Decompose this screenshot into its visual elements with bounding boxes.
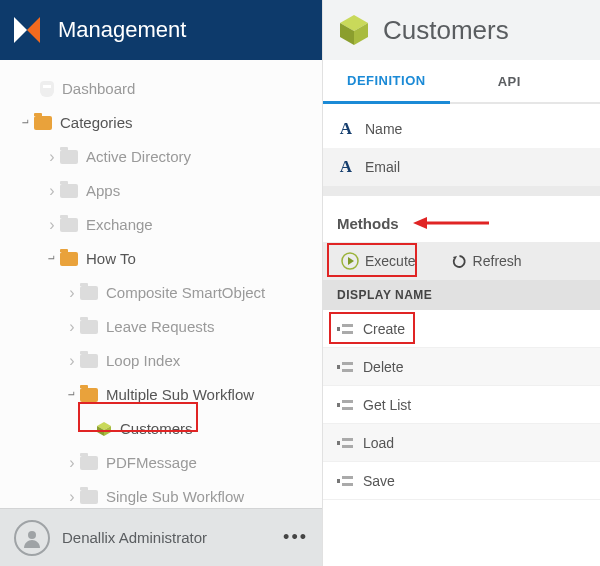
app-logo-icon <box>10 13 44 47</box>
methods-heading: Methods <box>323 196 600 242</box>
nav-customers[interactable]: Customers <box>12 412 316 446</box>
field-email[interactable]: A Email <box>323 148 600 186</box>
nav-active-directory[interactable]: Active Directory <box>12 140 316 174</box>
field-label: Email <box>365 159 400 175</box>
method-icon <box>337 323 353 335</box>
caret-right-icon <box>64 276 80 311</box>
svg-rect-7 <box>342 362 353 365</box>
method-delete[interactable]: Delete <box>323 348 600 386</box>
button-label: Refresh <box>473 253 522 269</box>
main-header: Customers <box>323 0 600 60</box>
execute-button[interactable]: Execute <box>333 248 424 274</box>
nav-exchange[interactable]: Exchange <box>12 208 316 242</box>
method-label: Get List <box>363 397 411 413</box>
svg-rect-17 <box>342 483 353 486</box>
folder-icon <box>80 388 98 402</box>
svg-rect-5 <box>342 331 353 334</box>
tab-api[interactable]: API <box>474 60 545 102</box>
svg-rect-11 <box>342 407 353 410</box>
nav-categories[interactable]: Categories <box>12 106 316 140</box>
methods-label: Methods <box>337 215 399 232</box>
svg-rect-10 <box>342 400 353 403</box>
nav-pdf[interactable]: PDFMessage <box>12 446 316 480</box>
nav-label: PDFMessage <box>106 446 197 480</box>
dashboard-icon <box>40 81 54 97</box>
nav-label: Single Sub Workflow <box>106 480 244 508</box>
tab-definition[interactable]: DEFINITION <box>323 60 450 104</box>
nav-dashboard[interactable]: Dashboard <box>12 72 316 106</box>
sidebar-title: Management <box>58 17 186 43</box>
folder-icon <box>34 116 52 130</box>
folder-icon <box>80 354 98 368</box>
folder-icon <box>80 490 98 504</box>
method-icon <box>337 399 353 411</box>
nav-label: Multiple Sub Workflow <box>106 378 254 412</box>
nav-apps[interactable]: Apps <box>12 174 316 208</box>
caret-expanded-icon <box>18 106 34 140</box>
caret-right-icon <box>64 480 80 509</box>
folder-icon <box>60 218 78 232</box>
folder-icon <box>80 320 98 334</box>
method-getlist[interactable]: Get List <box>323 386 600 424</box>
nav-label: Customers <box>120 412 193 446</box>
method-icon <box>337 361 353 373</box>
nav-composite[interactable]: Composite SmartObject <box>12 276 316 310</box>
column-label: DISPLAY NAME <box>337 288 432 302</box>
nav-label: How To <box>86 242 136 276</box>
caret-right-icon <box>44 140 60 175</box>
nav-label: Active Directory <box>86 140 191 174</box>
method-label: Save <box>363 473 395 489</box>
nav-label: Exchange <box>86 208 153 242</box>
method-save[interactable]: Save <box>323 462 600 500</box>
avatar-icon[interactable] <box>14 520 50 556</box>
field-label: Name <box>365 121 402 137</box>
more-button[interactable]: ••• <box>283 527 308 548</box>
methods-column-header: DISPLAY NAME <box>323 280 600 310</box>
spacer <box>323 186 600 196</box>
svg-rect-15 <box>337 479 340 483</box>
method-label: Create <box>363 321 405 337</box>
sidebar: Management Dashboard Categories Active D… <box>0 0 322 566</box>
method-load[interactable]: Load <box>323 424 600 462</box>
fields-list: A Name A Email <box>323 104 600 196</box>
main-panel: Customers DEFINITION API A Name A Email … <box>322 0 600 566</box>
method-create[interactable]: Create <box>323 310 600 348</box>
method-icon <box>337 437 353 449</box>
text-field-icon: A <box>337 119 355 139</box>
method-label: Delete <box>363 359 403 375</box>
methods-list: Create Delete Get List Load Save <box>323 310 600 500</box>
tab-label: DEFINITION <box>347 73 426 88</box>
caret-right-icon <box>64 344 80 379</box>
svg-rect-8 <box>342 369 353 372</box>
svg-rect-9 <box>337 403 340 407</box>
nav-leave[interactable]: Leave Requests <box>12 310 316 344</box>
methods-toolbar: Execute Refresh <box>323 242 600 280</box>
nav-single[interactable]: Single Sub Workflow <box>12 480 316 508</box>
play-icon <box>341 252 359 270</box>
refresh-button[interactable]: Refresh <box>444 249 530 273</box>
svg-rect-6 <box>337 365 340 369</box>
nav-how-to[interactable]: How To <box>12 242 316 276</box>
method-icon <box>337 475 353 487</box>
button-label: Execute <box>365 253 416 269</box>
user-name: Denallix Administrator <box>62 529 271 546</box>
folder-icon <box>60 150 78 164</box>
cube-icon <box>96 421 112 437</box>
folder-icon <box>80 456 98 470</box>
folder-icon <box>60 252 78 266</box>
text-field-icon: A <box>337 157 355 177</box>
user-bar: Denallix Administrator ••• <box>0 508 322 566</box>
nav-multiple[interactable]: Multiple Sub Workflow <box>12 378 316 412</box>
svg-point-0 <box>28 531 36 539</box>
nav-label: Categories <box>60 106 133 140</box>
sidebar-header: Management <box>0 0 322 60</box>
nav-loop[interactable]: Loop Index <box>12 344 316 378</box>
svg-rect-3 <box>337 327 340 331</box>
caret-right-icon <box>64 446 80 481</box>
page-title: Customers <box>383 15 509 46</box>
cube-icon <box>337 13 371 47</box>
field-name[interactable]: A Name <box>323 110 600 148</box>
tab-label: API <box>498 74 521 89</box>
arrow-annotation-icon <box>411 214 491 232</box>
svg-rect-13 <box>342 438 353 441</box>
